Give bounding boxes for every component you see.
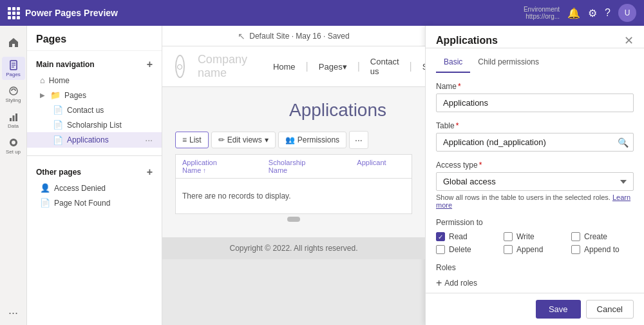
col-scholarship-name: Scholarship Name <box>269 159 305 174</box>
nav-item-applications-label: Applications <box>67 135 109 144</box>
permissions-button[interactable]: 👥 Permissions <box>278 132 346 148</box>
perm-append-checkbox[interactable] <box>504 245 513 254</box>
table-input[interactable] <box>436 133 634 152</box>
required-indicator: * <box>458 82 461 91</box>
access-type-select[interactable]: Global access Self Account <box>436 172 634 191</box>
folder-icon: 📁 <box>50 90 61 100</box>
sidebar-item-home[interactable] <box>2 31 25 54</box>
sidebar-item-pages[interactable]: Pages <box>2 57 25 80</box>
add-icon: + <box>436 277 442 289</box>
preview-content: ○ Company name Home | Pages▾ | Contact u… <box>162 46 425 325</box>
chevron-down-icon: ▾ <box>265 135 269 144</box>
main-navigation-section: Main navigation + ⌂ Home ▶ 📁 Pages 📄 Con… <box>27 51 162 153</box>
more-actions-button[interactable]: ··· <box>349 131 368 149</box>
page-icon: 📄 <box>53 105 63 115</box>
table-input-wrapper: 🔍 <box>436 133 634 152</box>
right-panel-body: Name * Table * 🔍 Access type * <box>426 73 644 293</box>
name-input[interactable] <box>436 94 634 112</box>
permissions-icon: 👥 <box>285 135 295 144</box>
required-indicator-2: * <box>456 121 459 130</box>
avatar[interactable]: U <box>618 4 636 22</box>
topbar-left: Power Pages Preview <box>8 7 118 19</box>
table-field-group: Table * 🔍 <box>436 121 634 152</box>
page-icon-2: 📄 <box>53 120 63 130</box>
perm-create-checkbox[interactable] <box>571 232 580 241</box>
nav-item-page-not-found-label: Page Not Found <box>54 199 110 208</box>
help-icon[interactable]: ? <box>605 7 611 19</box>
topbar-right: Environment https://org... 🔔 ⚙ ? U <box>524 4 636 22</box>
back-icon[interactable]: ↖ <box>238 31 245 41</box>
site-nav-contact[interactable]: Contact us <box>370 57 399 76</box>
site-nav-pages[interactable]: Pages▾ <box>319 62 347 72</box>
preview-topbar: ↖ Default Site · May 16 · Saved <box>162 26 425 46</box>
search-icon: 🔍 <box>618 137 629 148</box>
site-nav-s[interactable]: S <box>422 62 425 72</box>
icon-sidebar: Pages Styling Data Set up ··· <box>0 26 27 325</box>
perm-read-checkbox[interactable]: ✓ <box>436 232 445 241</box>
perm-delete-checkbox[interactable] <box>436 245 445 254</box>
right-panel-footer: Save Cancel <box>426 293 644 325</box>
perm-write-checkbox[interactable] <box>504 232 513 241</box>
sidebar-item-styling[interactable]: Styling <box>2 83 25 106</box>
nav-item-scholarship-list[interactable]: 📄 Scholarship List <box>27 117 162 132</box>
site-nav: Home | Pages▾ | Contact us | S <box>273 57 425 76</box>
edit-views-button[interactable]: ✏ Edit views ▾ <box>211 132 276 148</box>
save-button[interactable]: Save <box>536 300 581 319</box>
site-nav-home[interactable]: Home <box>273 62 296 72</box>
nav-item-more-button[interactable]: ··· <box>145 135 153 145</box>
perm-append-to-checkbox[interactable] <box>571 245 580 254</box>
nav-item-access-denied[interactable]: 👤 Access Denied <box>27 181 162 195</box>
main-nav-header: Main navigation + <box>27 56 162 73</box>
add-roles-label: Add roles <box>444 279 477 288</box>
more-icon[interactable]: ··· <box>8 306 18 320</box>
nav-item-contact-us[interactable]: 📄 Contact us <box>27 103 162 117</box>
perm-append-to: Append to <box>571 245 634 254</box>
waffle-icon[interactable] <box>8 7 20 19</box>
preview-area: ↖ Default Site · May 16 · Saved ○ Compan… <box>162 26 425 325</box>
expand-icon: ▶ <box>40 92 45 99</box>
preview-status: Default Site · May 16 · Saved <box>249 32 349 41</box>
nav-item-access-denied-label: Access Denied <box>54 184 106 193</box>
list-table: Application Name Scholarship Name Applic… <box>175 154 412 214</box>
nav-item-page-not-found[interactable]: 📄 Page Not Found <box>27 195 162 210</box>
sidebar-item-data[interactable]: Data <box>2 108 25 132</box>
list-view-button[interactable]: ≡ List <box>175 132 209 148</box>
nav-item-home[interactable]: ⌂ Home <box>27 73 162 88</box>
pages-panel: Pages Main navigation + ⌂ Home ▶ 📁 Pages… <box>27 26 162 325</box>
no-records-message: There are no records to display. <box>176 179 412 213</box>
svg-rect-6 <box>12 115 14 121</box>
permission-to-group: Permission to ✓ Read Write Create <box>436 218 634 254</box>
add-roles-button[interactable]: + Add roles <box>436 277 477 289</box>
add-main-nav-button[interactable]: + <box>147 59 153 70</box>
sidebar-item-data-label: Data <box>8 123 19 129</box>
site-header: ○ Company name Home | Pages▾ | Contact u… <box>162 46 425 87</box>
pages-panel-title: Pages <box>36 34 66 44</box>
nav-item-applications[interactable]: 📄 Applications ··· <box>27 132 162 148</box>
access-type-helper: Show all rows in the table to users in t… <box>436 193 634 209</box>
tab-child-permissions[interactable]: Child permissions <box>470 54 547 73</box>
add-other-page-button[interactable]: + <box>147 166 153 178</box>
page-icon-3: 📄 <box>53 135 63 145</box>
perm-read-label: Read <box>449 232 468 241</box>
access-type-label: Access type * <box>436 161 634 170</box>
notification-icon[interactable]: 🔔 <box>567 7 580 19</box>
settings-icon[interactable]: ⚙ <box>588 7 597 19</box>
main-nav-label: Main navigation <box>36 60 95 69</box>
sidebar-item-setup[interactable]: Set up <box>2 134 25 157</box>
tab-basic[interactable]: Basic <box>436 54 470 73</box>
perm-append: Append <box>504 245 566 254</box>
cancel-button[interactable]: Cancel <box>586 300 634 319</box>
perm-write-label: Write <box>516 232 535 241</box>
roles-label: Roles <box>436 263 634 272</box>
close-panel-button[interactable]: ✕ <box>624 34 634 48</box>
home-icon: ⌂ <box>40 75 45 85</box>
nav-item-home-label: Home <box>49 76 70 85</box>
access-type-group: Access type * Global access Self Account… <box>436 161 634 209</box>
nav-item-pages[interactable]: ▶ 📁 Pages <box>27 88 162 103</box>
perm-append-to-label: Append to <box>584 245 620 254</box>
scroll-thumb <box>287 217 300 222</box>
pages-panel-header: Pages <box>27 26 162 51</box>
nav-item-scholarship-list-label: Scholarship List <box>67 121 122 130</box>
sidebar-item-pages-label: Pages <box>6 72 21 77</box>
perm-create: Create <box>571 232 634 241</box>
